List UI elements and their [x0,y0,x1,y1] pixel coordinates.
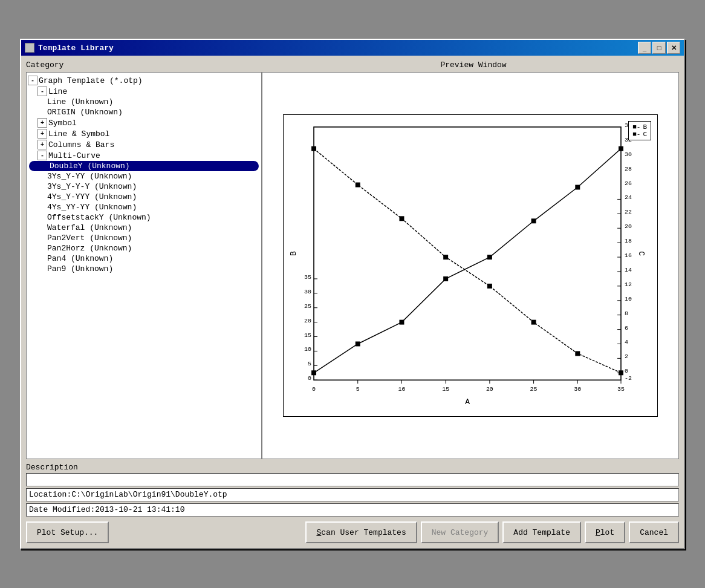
label-line: Line [48,87,67,96]
label-multi-curve: Multi-Curve [48,151,100,160]
tree-item-line-unknown[interactable]: Line (Unknown) [27,97,261,107]
svg-text:2: 2 [625,353,628,360]
svg-text:35: 35 [304,274,311,281]
tree-item-multi-curve[interactable]: - Multi-Curve [27,150,261,161]
tree-item-3ys-y-yy[interactable]: 3Ys_Y-YY (Unknown) [27,171,261,181]
svg-rect-70 [443,276,448,281]
maximize-button[interactable]: □ [652,42,666,54]
add-template-button[interactable]: Add Template [502,521,581,543]
window-title: Template Library [38,44,114,53]
tree-item-doubley[interactable]: DoubleY (Unknown) [29,161,259,171]
tree-item-line[interactable]: - Line [27,86,261,97]
legend-item-b: ■- B [632,123,647,131]
tree-item-line-symbol[interactable]: + Line & Symbol [27,128,261,139]
expand-icon-symbol[interactable]: + [37,118,47,128]
legend-label-c: C [643,131,647,138]
tree-item-columns-bars[interactable]: + Columns & Bars [27,139,261,150]
label-4ys-y-yyy: 4Ys_Y-YYY (Unknown) [47,192,137,201]
tree-item-pan2horz[interactable]: Pan2Horz (Unknown) [27,243,261,253]
description-input[interactable] [26,473,679,486]
tree-item-4ys-yy-yy[interactable]: 4Ys_YY-YY (Unknown) [27,202,261,212]
plot-button[interactable]: Plot [585,521,625,543]
expand-icon-graph-template[interactable]: - [28,76,37,85]
svg-text:-2: -2 [625,375,632,382]
svg-text:0: 0 [312,386,316,393]
svg-text:15: 15 [304,332,311,339]
svg-text:30: 30 [304,289,311,295]
svg-text:C: C [637,251,646,256]
template-library-window: Template Library _ □ ✕ Category Preview … [20,39,685,549]
svg-text:10: 10 [398,386,405,393]
label-offsetstacky: OffsetstackY (Unknown) [47,213,151,222]
svg-text:10: 10 [304,346,311,353]
expand-icon-multi-curve[interactable]: - [37,151,47,160]
legend-symbol-b: ■- [632,123,640,131]
svg-rect-79 [487,284,492,289]
label-pan9: Pan9 (Unknown) [47,264,113,273]
scan-user-templates-button[interactable]: Scan User Templates [305,521,417,543]
label-origin-unknown: ORIGIN (Unknown) [47,108,123,117]
svg-text:30: 30 [625,151,632,158]
label-3ys-y-yy: 3Ys_Y-YY (Unknown) [47,172,132,181]
svg-rect-68 [356,341,360,346]
svg-text:5: 5 [356,386,360,393]
tree-item-4ys-y-yyy[interactable]: 4Ys_Y-YYY (Unknown) [27,192,261,202]
svg-rect-71 [487,255,492,260]
svg-text:14: 14 [625,267,632,273]
tree-item-pan9[interactable]: Pan9 (Unknown) [27,264,261,274]
svg-text:A: A [465,397,470,407]
label-doubley: DoubleY (Unknown) [50,162,130,171]
tree-item-pan2vert[interactable]: Pan2Vert (Unknown) [27,233,261,243]
add-template-label: Add Template [513,528,570,537]
tree-item-pan4[interactable]: Pan4 (Unknown) [27,253,261,264]
minimize-button[interactable]: _ [638,42,651,54]
svg-rect-77 [399,216,404,221]
svg-text:5: 5 [308,361,311,367]
svg-text:0: 0 [625,368,628,374]
label-pan2horz: Pan2Horz (Unknown) [47,244,132,253]
svg-text:12: 12 [625,281,632,288]
date-modified-info: Date Modified:2013-10-21 13:41:10 [26,503,679,517]
new-category-button[interactable]: New Category [421,521,499,543]
svg-text:0: 0 [308,375,311,382]
new-category-label: New Category [432,528,489,537]
tree-item-symbol[interactable]: + Symbol [27,117,261,128]
svg-text:35: 35 [617,386,625,393]
svg-rect-81 [575,351,580,356]
expand-icon-line[interactable]: - [37,87,47,96]
label-3ys-y-y-y: 3Ys_Y-Y-Y (Unknown) [47,182,137,191]
preview-label: Preview Window [268,60,679,70]
title-bar-left: Template Library [25,43,114,53]
svg-rect-73 [575,185,580,190]
tree-item-graph-template[interactable]: - Graph Template (*.otp) [27,75,261,86]
plot-setup-button[interactable]: Plot Setup... [26,521,109,543]
svg-text:25: 25 [530,386,538,393]
close-button[interactable]: ✕ [667,42,680,54]
tree-area[interactable]: - Graph Template (*.otp) - Line Line (Un… [27,73,261,459]
tree-item-3ys-y-y-y[interactable]: 3Ys_Y-Y-Y (Unknown) [27,181,261,192]
legend-symbol-c: ■- [632,131,640,138]
svg-text:26: 26 [625,180,632,187]
tree-item-offsetstacky[interactable]: OffsetstackY (Unknown) [27,212,261,223]
svg-rect-76 [356,183,360,188]
chart-container: ■- B ■- C 0 5 [283,114,658,417]
location-info: Location:C:\OriginLab\Origin91\DoubleY.o… [26,488,679,501]
expand-icon-line-symbol[interactable]: + [37,129,47,139]
tree-item-origin-unknown[interactable]: ORIGIN (Unknown) [27,107,261,117]
label-line-unknown: Line (Unknown) [47,97,113,106]
label-pan2vert: Pan2Vert (Unknown) [47,234,132,243]
category-label: Category [26,60,268,70]
label-waterfal: Waterfal (Unknown) [47,223,132,232]
svg-text:16: 16 [625,252,632,259]
svg-text:18: 18 [625,238,632,244]
tree-item-waterfal[interactable]: Waterfal (Unknown) [27,223,261,233]
svg-text:15: 15 [442,386,449,393]
description-label: Description [26,463,679,472]
chart-svg: 0 5 10 15 20 25 30 35 [284,115,657,416]
svg-text:20: 20 [304,318,311,324]
expand-icon-columns-bars[interactable]: + [37,140,47,149]
app-icon [25,43,34,53]
svg-text:20: 20 [486,386,493,393]
cancel-button[interactable]: Cancel [629,521,679,543]
svg-text:30: 30 [574,386,581,393]
